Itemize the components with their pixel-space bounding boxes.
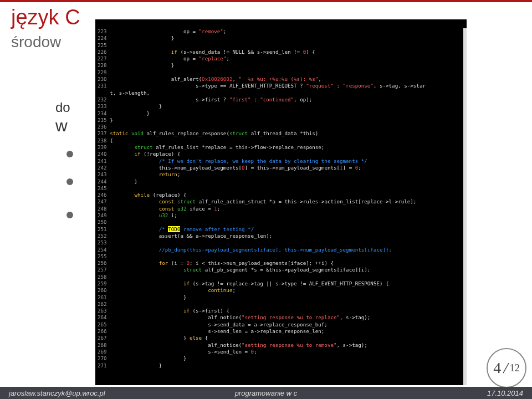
slide-body-fragment-2: w — [55, 116, 68, 135]
terminal-window[interactable]: 223 op = "remove"; 224 } 225 226 if (s->… — [95, 19, 467, 385]
page-number-badge: 4 / 12 — [487, 348, 526, 388]
bullet-icon — [66, 178, 73, 185]
slide-title-partial: język C — [11, 6, 80, 29]
slide-footer: jaroslaw.stanczyk@up.wroc.pl programowan… — [0, 387, 532, 399]
terminal-code-area[interactable]: 223 op = "remove"; 224 } 225 226 if (s->… — [95, 19, 467, 371]
top-accent-bar — [0, 0, 532, 2]
bullet-icon — [66, 212, 73, 218]
footer-course: programowanie w c — [0, 389, 532, 397]
slide-subtitle-partial: środow — [11, 33, 61, 51]
bullet-icon — [66, 151, 73, 157]
terminal-scrollbar[interactable] — [463, 28, 467, 385]
page-total: 12 — [510, 362, 520, 374]
slide-body-fragment-1: do — [55, 100, 70, 115]
